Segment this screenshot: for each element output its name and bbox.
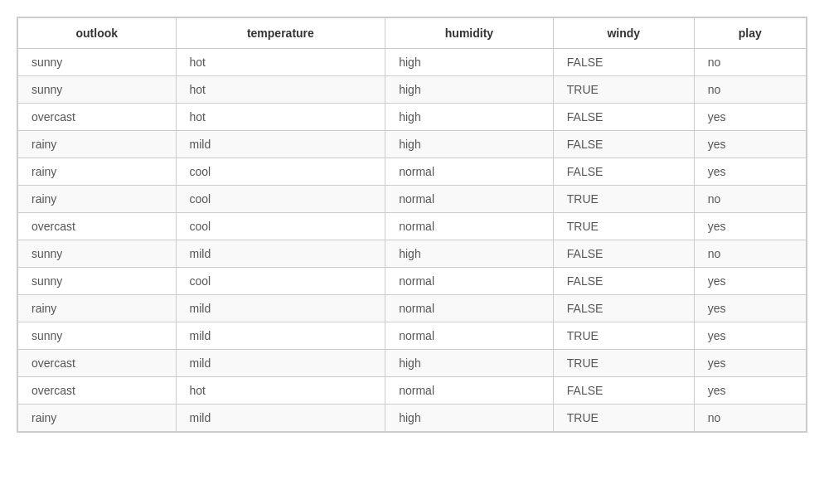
table-row: overcastmildhighTRUEyes bbox=[18, 350, 807, 377]
table-cell-humidity: normal bbox=[385, 268, 554, 295]
table-cell-humidity: high bbox=[385, 76, 554, 104]
table-cell-humidity: normal bbox=[385, 186, 554, 213]
table-cell-temperature: mild bbox=[176, 295, 385, 322]
table-cell-humidity: normal bbox=[385, 377, 554, 405]
table-row: overcastcoolnormalTRUEyes bbox=[18, 213, 807, 240]
table-row: sunnycoolnormalFALSEyes bbox=[18, 268, 807, 295]
table-cell-windy: FALSE bbox=[553, 377, 694, 405]
table-cell-temperature: mild bbox=[176, 350, 385, 377]
table-cell-play: yes bbox=[694, 295, 806, 322]
table-cell-humidity: normal bbox=[385, 295, 554, 322]
table-cell-windy: FALSE bbox=[553, 104, 694, 131]
table-row: rainycoolnormalFALSEyes bbox=[18, 158, 807, 186]
table-cell-windy: FALSE bbox=[553, 295, 694, 322]
table-cell-outlook: overcast bbox=[18, 350, 177, 377]
table-cell-windy: TRUE bbox=[553, 186, 694, 213]
table-cell-humidity: high bbox=[385, 131, 554, 158]
table-cell-outlook: rainy bbox=[18, 186, 177, 213]
table-cell-temperature: cool bbox=[176, 213, 385, 240]
table-cell-play: no bbox=[694, 49, 806, 76]
table-cell-play: yes bbox=[694, 158, 806, 186]
table-cell-windy: TRUE bbox=[553, 322, 694, 350]
table-cell-humidity: high bbox=[385, 240, 554, 268]
table-cell-windy: FALSE bbox=[553, 158, 694, 186]
table-header-row: outlooktemperaturehumiditywindyplay bbox=[18, 18, 807, 49]
table-row: sunnyhothighFALSEno bbox=[18, 49, 807, 76]
table-cell-temperature: hot bbox=[176, 104, 385, 131]
table-cell-humidity: high bbox=[385, 104, 554, 131]
table-cell-outlook: overcast bbox=[18, 377, 177, 405]
table-cell-play: yes bbox=[694, 350, 806, 377]
table-row: rainymildnormalFALSEyes bbox=[18, 295, 807, 322]
table-cell-play: yes bbox=[694, 377, 806, 405]
table-cell-windy: TRUE bbox=[553, 405, 694, 432]
table-cell-windy: TRUE bbox=[553, 350, 694, 377]
table-cell-outlook: sunny bbox=[18, 49, 177, 76]
table-cell-windy: FALSE bbox=[553, 240, 694, 268]
table-cell-windy: FALSE bbox=[553, 49, 694, 76]
table-cell-outlook: rainy bbox=[18, 131, 177, 158]
column-header-temperature: temperature bbox=[176, 18, 385, 49]
table-cell-outlook: overcast bbox=[18, 104, 177, 131]
table-cell-play: yes bbox=[694, 131, 806, 158]
table-cell-windy: FALSE bbox=[553, 131, 694, 158]
table-row: overcasthothighFALSEyes bbox=[18, 104, 807, 131]
table-row: rainycoolnormalTRUEno bbox=[18, 186, 807, 213]
table-cell-humidity: high bbox=[385, 405, 554, 432]
table-cell-temperature: mild bbox=[176, 405, 385, 432]
table-row: sunnyhothighTRUEno bbox=[18, 76, 807, 104]
table-cell-play: yes bbox=[694, 322, 806, 350]
table-cell-play: yes bbox=[694, 104, 806, 131]
column-header-humidity: humidity bbox=[385, 18, 554, 49]
table-cell-outlook: rainy bbox=[18, 295, 177, 322]
table-cell-temperature: mild bbox=[176, 322, 385, 350]
table-cell-play: no bbox=[694, 405, 806, 432]
table-cell-temperature: cool bbox=[176, 186, 385, 213]
table-cell-play: no bbox=[694, 240, 806, 268]
column-header-outlook: outlook bbox=[18, 18, 177, 49]
table-cell-play: no bbox=[694, 186, 806, 213]
table-cell-windy: TRUE bbox=[553, 76, 694, 104]
table-cell-temperature: cool bbox=[176, 268, 385, 295]
table-cell-temperature: hot bbox=[176, 76, 385, 104]
table-cell-temperature: mild bbox=[176, 131, 385, 158]
table-cell-outlook: sunny bbox=[18, 268, 177, 295]
table-cell-humidity: normal bbox=[385, 158, 554, 186]
column-header-play: play bbox=[694, 18, 806, 49]
table-cell-temperature: hot bbox=[176, 49, 385, 76]
table-row: rainymildhighFALSEyes bbox=[18, 131, 807, 158]
table-cell-temperature: mild bbox=[176, 240, 385, 268]
table-row: sunnymildnormalTRUEyes bbox=[18, 322, 807, 350]
table-cell-play: yes bbox=[694, 213, 806, 240]
table-cell-windy: TRUE bbox=[553, 213, 694, 240]
table-cell-temperature: hot bbox=[176, 377, 385, 405]
table-cell-humidity: normal bbox=[385, 322, 554, 350]
data-table: outlooktemperaturehumiditywindyplay sunn… bbox=[17, 17, 807, 433]
table-row: sunnymildhighFALSEno bbox=[18, 240, 807, 268]
table-cell-outlook: sunny bbox=[18, 240, 177, 268]
table-cell-outlook: overcast bbox=[18, 213, 177, 240]
table-cell-outlook: sunny bbox=[18, 322, 177, 350]
column-header-windy: windy bbox=[553, 18, 694, 49]
table-cell-outlook: sunny bbox=[18, 76, 177, 104]
table-cell-humidity: high bbox=[385, 350, 554, 377]
table-cell-humidity: high bbox=[385, 49, 554, 76]
table-row: overcasthotnormalFALSEyes bbox=[18, 377, 807, 405]
table-cell-outlook: rainy bbox=[18, 158, 177, 186]
table-cell-outlook: rainy bbox=[18, 405, 177, 432]
table-cell-play: no bbox=[694, 76, 806, 104]
table-cell-temperature: cool bbox=[176, 158, 385, 186]
table-cell-windy: FALSE bbox=[553, 268, 694, 295]
table-cell-humidity: normal bbox=[385, 213, 554, 240]
table-cell-play: yes bbox=[694, 268, 806, 295]
table-row: rainymildhighTRUEno bbox=[18, 405, 807, 432]
